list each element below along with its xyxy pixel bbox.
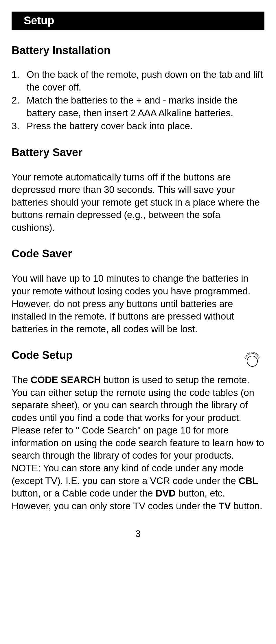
bold-dvd: DVD xyxy=(155,488,175,499)
bold-code-search: CODE SEARCH xyxy=(31,374,101,385)
code-setup-heading-row: Code Setup code search xyxy=(12,349,264,361)
battery-saver-body: Your remote automatically turns off if t… xyxy=(12,171,264,234)
page-number: 3 xyxy=(12,528,264,539)
heading-code-setup: Code Setup xyxy=(12,349,264,361)
text-run: button is used to setup the remote. You … xyxy=(12,374,264,461)
text-run: button, or a Cable code under the xyxy=(12,488,155,499)
text-run: The xyxy=(12,374,31,385)
heading-battery-saver: Battery Saver xyxy=(12,146,264,159)
bold-cbl: CBL xyxy=(239,475,258,486)
bold-tv: TV xyxy=(219,501,231,511)
text-run: button. xyxy=(231,501,262,511)
section-header-bar: Setup xyxy=(12,12,264,30)
code-setup-body: The CODE SEARCH button is used to setup … xyxy=(12,374,264,512)
section-header-title: Setup xyxy=(24,14,54,27)
circle-icon xyxy=(247,356,257,366)
step-text: Press the battery cover back into place. xyxy=(27,121,193,131)
list-item: Match the batteries to the + and - marks… xyxy=(27,94,264,119)
code-search-icon: code search xyxy=(244,350,261,368)
code-saver-body: You will have up to 10 minutes to change… xyxy=(12,272,264,335)
battery-installation-steps: On the back of the remote, push down on … xyxy=(12,68,264,132)
list-item: On the back of the remote, push down on … xyxy=(27,68,264,93)
code-search-label-arc: code search xyxy=(244,350,261,368)
manual-page: Setup Battery Installation On the back o… xyxy=(0,0,276,551)
text-run: NOTE: You can store any kind of code und… xyxy=(12,463,244,486)
heading-battery-installation: Battery Installation xyxy=(12,44,264,57)
list-item: Press the battery cover back into place. xyxy=(27,120,264,132)
heading-code-saver: Code Saver xyxy=(12,248,264,260)
step-text: Match the batteries to the + and - marks… xyxy=(27,95,238,118)
svg-text:code search: code search xyxy=(244,351,261,359)
code-search-label-text: code search xyxy=(244,351,261,359)
step-text: On the back of the remote, push down on … xyxy=(27,69,263,93)
